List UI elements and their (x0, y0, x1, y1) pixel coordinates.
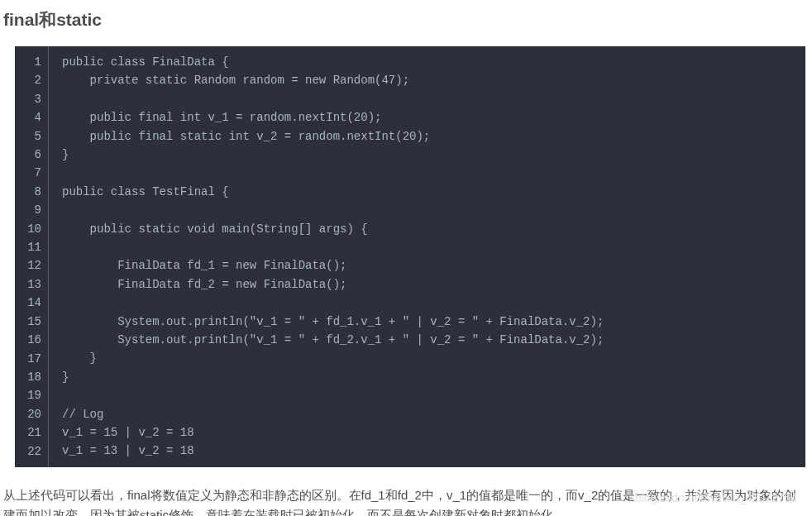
line-number: 8 (23, 183, 41, 201)
line-number: 10 (23, 220, 41, 238)
line-number: 14 (23, 294, 41, 312)
line-number: 1 (23, 53, 41, 71)
line-number: 20 (23, 405, 41, 423)
line-number-gutter: 12345678910111213141516171819202122 (15, 46, 49, 467)
line-number: 17 (23, 350, 41, 368)
code-line: System.out.println("v_1 = " + fd_2.v_1 +… (62, 331, 792, 349)
line-number: 7 (23, 164, 41, 182)
code-line: private static Random random = new Rando… (62, 71, 792, 89)
code-line: } (62, 368, 792, 386)
line-number: 6 (23, 146, 41, 164)
line-number: 2 (23, 71, 41, 89)
code-line: public final static int v_2 = random.nex… (62, 127, 792, 146)
line-number: 13 (23, 275, 41, 294)
code-line: public static void main(String[] args) { (62, 220, 792, 238)
line-number: 19 (23, 386, 41, 404)
explanation-paragraph: 从上述代码可以看出，final将数值定义为静态和非静态的区别。在fd_1和fd_… (3, 485, 809, 516)
code-line (62, 386, 792, 404)
line-number: 22 (23, 442, 41, 461)
code-line: public class TestFinal { (62, 183, 792, 201)
line-number: 16 (23, 331, 41, 349)
code-line: // Log (62, 405, 792, 423)
code-line: public class FinalData { (62, 53, 792, 71)
code-line: v_1 = 15 | v_2 = 18 (62, 423, 792, 442)
code-line (62, 294, 792, 312)
line-number: 11 (23, 238, 41, 256)
line-number: 5 (23, 127, 41, 146)
code-line: } (62, 146, 792, 164)
code-line (62, 201, 792, 219)
line-number: 4 (23, 108, 41, 127)
code-line: FinalData fd_2 = new FinalData(); (62, 275, 792, 294)
code-line: System.out.println("v_1 = " + fd_1.v_1 +… (62, 313, 792, 331)
line-number: 18 (23, 368, 41, 386)
line-number: 12 (23, 256, 41, 275)
code-content: public class FinalData { private static … (49, 46, 805, 467)
code-line (62, 90, 792, 108)
line-number: 21 (23, 423, 41, 442)
code-line: v_1 = 13 | v_2 = 18 (62, 442, 792, 460)
code-line (62, 164, 792, 182)
code-line: } (62, 349, 792, 367)
line-number: 9 (23, 201, 41, 219)
line-number: 15 (23, 313, 41, 331)
code-block: 12345678910111213141516171819202122 publ… (15, 46, 805, 467)
code-line: FinalData fd_1 = new FinalData(); (62, 256, 792, 275)
code-line (62, 238, 792, 256)
code-line: public final int v_1 = random.nextInt(20… (62, 108, 792, 127)
section-heading: final和static (3, 8, 812, 31)
line-number: 3 (23, 90, 41, 108)
